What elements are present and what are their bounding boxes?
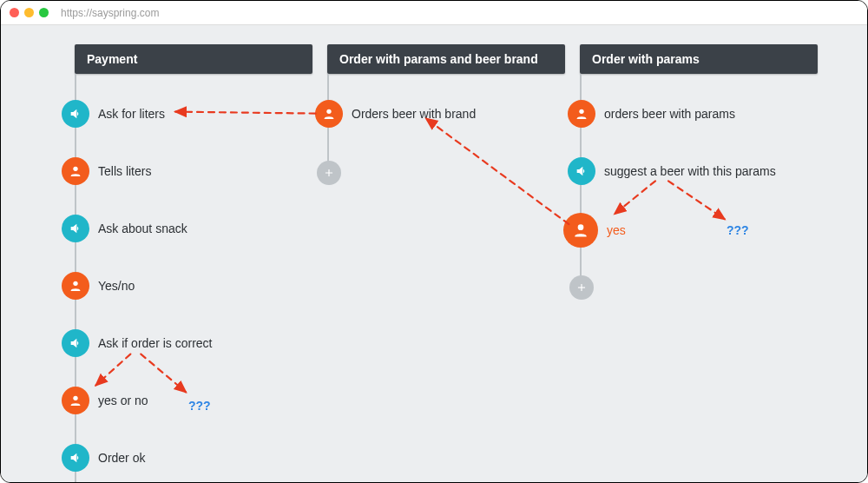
column-title: Order with params (592, 52, 700, 66)
flow-canvas[interactable]: Payment Ask for liters Tells liters Ask … (1, 25, 867, 482)
plus-icon (317, 161, 341, 185)
node-label: suggest a beer with this params (604, 164, 776, 178)
user-icon (315, 100, 343, 128)
add-step-button[interactable] (569, 275, 594, 300)
flow-node[interactable]: suggest a beer with this params (568, 157, 776, 185)
user-icon (62, 387, 89, 414)
column-header-order-brand[interactable]: Order with params and beer brand (327, 44, 565, 74)
node-label: Ask for liters (98, 107, 165, 121)
svg-point-5 (578, 224, 584, 230)
flow-node[interactable]: Ask if order is correct (62, 329, 212, 357)
svg-point-3 (326, 109, 331, 114)
window-zoom-icon[interactable] (39, 8, 49, 17)
svg-point-1 (73, 281, 77, 286)
column-title: Order with params and beer brand (339, 52, 538, 66)
speaker-icon (62, 215, 89, 242)
address-bar-url: https://sayspring.com (61, 7, 159, 19)
window-close-icon[interactable] (10, 8, 19, 17)
unknown-branch-label[interactable]: ??? (188, 399, 211, 413)
svg-point-0 (73, 167, 77, 171)
column-header-payment[interactable]: Payment (75, 44, 312, 74)
speaker-icon (62, 329, 89, 357)
flow-node[interactable]: orders beer with params (568, 100, 735, 128)
flow-node[interactable]: Yes/no (62, 272, 135, 300)
svg-point-4 (579, 109, 583, 114)
user-icon (62, 157, 89, 185)
node-label: Ask if order is correct (98, 336, 212, 350)
node-label: Tells liters (98, 164, 151, 178)
speaker-icon (62, 444, 89, 472)
user-icon (568, 100, 595, 128)
add-step-button[interactable] (317, 161, 341, 185)
flow-node[interactable]: yes or no (62, 387, 148, 414)
flow-node[interactable]: Ask for liters (62, 100, 165, 128)
flow-node[interactable]: Order ok (62, 444, 145, 472)
svg-point-2 (73, 396, 77, 400)
user-icon (62, 272, 89, 300)
node-label: Orders beer with brand (352, 107, 476, 121)
node-label: yes (607, 223, 626, 237)
user-icon (563, 213, 598, 248)
column-title: Payment (87, 52, 137, 66)
speaker-icon (62, 100, 89, 128)
column-header-order-params[interactable]: Order with params (580, 44, 818, 74)
flow-node-active[interactable]: yes (563, 213, 626, 248)
flow-node[interactable]: Tells liters (62, 157, 151, 185)
node-label: yes or no (98, 394, 148, 407)
node-label: Ask about snack (98, 222, 187, 235)
node-label: Yes/no (98, 279, 135, 293)
unknown-branch-label[interactable]: ??? (727, 223, 749, 237)
flow-node[interactable]: Ask about snack (62, 215, 187, 242)
titlebar: https://sayspring.com (1, 1, 867, 25)
browser-window: https://sayspring.com Payment Ask for li… (0, 0, 868, 483)
plus-icon (569, 275, 594, 300)
node-label: Order ok (98, 451, 145, 465)
window-minimize-icon[interactable] (24, 8, 34, 17)
flow-node[interactable]: Orders beer with brand (315, 100, 476, 128)
node-label: orders beer with params (604, 107, 735, 121)
speaker-icon (568, 157, 595, 185)
